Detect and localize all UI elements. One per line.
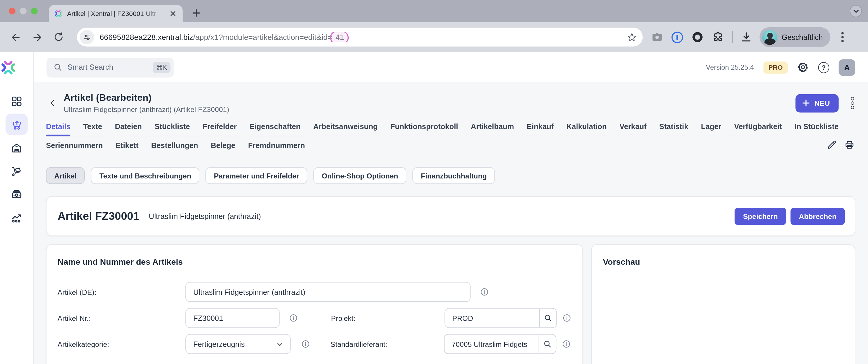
url-domain: 66695828ea228.xentral.biz xyxy=(100,33,193,41)
help-icon[interactable]: ? xyxy=(818,62,829,73)
sidebar-item-apps[interactable] xyxy=(6,90,28,112)
extensions-puzzle-icon[interactable] xyxy=(712,31,724,43)
back-button[interactable] xyxy=(8,29,23,45)
article-form-card: Name und Nummer des Artikels Artikel (DE… xyxy=(46,244,583,364)
pill-parameter-und-freifelder[interactable]: Parameter und Freifelder xyxy=(206,167,307,184)
close-window-button[interactable] xyxy=(9,8,16,15)
camera-extension-icon[interactable] xyxy=(651,31,663,43)
tab-details[interactable]: Details xyxy=(46,122,70,131)
profile-label: Geschäftlich xyxy=(782,33,823,41)
save-button[interactable]: Speichern xyxy=(735,207,786,225)
tab-artikelbaum[interactable]: Artikelbaum xyxy=(471,122,514,131)
tab-in-stueckliste[interactable]: In Stückliste xyxy=(795,122,838,131)
tab-etikett[interactable]: Etikett xyxy=(116,141,138,149)
page-title: Artikel (Bearbeiten) xyxy=(64,92,229,104)
artikel-nr-input[interactable]: FZ30001 xyxy=(185,308,280,328)
sidebar-item-sales-cart[interactable] xyxy=(6,113,28,135)
starburst-extension-icon[interactable] xyxy=(691,31,704,43)
page-content: Artikel (Bearbeiten) Ultraslim Fidgetspi… xyxy=(34,83,868,364)
page-header: Artikel (Bearbeiten) Ultraslim Fidgetspi… xyxy=(46,92,855,113)
new-tab-button[interactable] xyxy=(190,7,202,18)
password-manager-icon[interactable] xyxy=(671,31,683,43)
tab-dateien[interactable]: Dateien xyxy=(115,122,142,131)
pill-online-shop-optionen[interactable]: Online-Shop Optionen xyxy=(314,167,407,184)
back-chevron-icon[interactable] xyxy=(46,96,59,110)
browser-menu-kebab-icon[interactable] xyxy=(837,30,848,44)
artikel-de-input[interactable]: Ultraslim Fidgetspinner (anthrazit) xyxy=(185,282,471,302)
browser-profile-chip[interactable]: Geschäftlich xyxy=(760,27,831,47)
tab-belege[interactable]: Belege xyxy=(211,141,235,149)
smart-search-input[interactable]: Smart Search ⌘K xyxy=(46,57,174,77)
info-icon[interactable] xyxy=(480,287,489,296)
sidebar-item-finance[interactable] xyxy=(6,184,28,205)
minimize-window-button[interactable] xyxy=(20,8,27,15)
page-kebab-menu-icon[interactable] xyxy=(850,96,855,110)
tab-seriennummern[interactable]: Seriennummern xyxy=(46,141,103,149)
tab-search-button[interactable] xyxy=(850,5,862,17)
projekt-search-icon[interactable] xyxy=(539,308,556,327)
settings-gear-icon[interactable] xyxy=(797,61,809,73)
form-row-artikel-de: Artikel (DE): Ultraslim Fidgetspinner (a… xyxy=(58,282,571,302)
tab-eigenschaften[interactable]: Eigenschaften xyxy=(249,122,301,131)
forward-button[interactable] xyxy=(29,29,45,45)
tab-texte[interactable]: Texte xyxy=(83,122,102,131)
sidebar-item-warehouse[interactable] xyxy=(6,137,28,158)
bookmark-star-icon[interactable] xyxy=(627,32,638,43)
toolbar-divider xyxy=(732,31,733,43)
form-row-artikelkategorie: Artikelkategorie: Fertigerzeugnis Standa… xyxy=(58,334,571,354)
standardlieferant-input[interactable]: 70005 Ultraslim Fidgets xyxy=(445,335,539,354)
cancel-button[interactable]: Abbrechen xyxy=(790,207,845,225)
pill-finanzbuchhaltung[interactable]: Finanzbuchhaltung xyxy=(412,167,495,184)
article-title: Artikel FZ30001 xyxy=(58,210,140,222)
info-icon[interactable] xyxy=(562,313,571,323)
url-path: /app/x1?module=artikel&action=edit&id= xyxy=(193,33,332,41)
tabs-row-2: Seriennummern Etikett Bestellungen Beleg… xyxy=(46,141,855,153)
article-subtitle: Ultraslim Fidgetspinner (anthrazit) xyxy=(149,212,261,220)
artikelkategorie-label: Artikelkategorie: xyxy=(58,340,185,348)
version-label: Version 25.25.4 xyxy=(706,63,754,71)
tab-einkauf[interactable]: Einkauf xyxy=(527,122,554,131)
tab-lager[interactable]: Lager xyxy=(701,122,721,131)
pill-artikel[interactable]: Artikel xyxy=(46,167,85,184)
browser-tab[interactable]: Artikel | Xentral | FZ30001 Ultr xyxy=(49,5,183,22)
projekt-input[interactable]: PROD xyxy=(445,308,539,327)
tab-title: Artikel | Xentral | FZ30001 Ultr xyxy=(67,10,168,18)
app-sidebar xyxy=(0,52,34,364)
edit-pencil-icon[interactable] xyxy=(826,140,837,150)
new-article-button[interactable]: NEU xyxy=(795,94,839,112)
info-icon[interactable] xyxy=(289,313,298,323)
sidebar-item-logistics[interactable] xyxy=(6,160,28,182)
info-icon[interactable] xyxy=(301,339,310,348)
info-icon[interactable] xyxy=(562,339,571,348)
sidebar-item-analytics[interactable] xyxy=(6,206,28,228)
close-tab-icon[interactable] xyxy=(168,9,177,18)
search-placeholder: Smart Search xyxy=(68,63,153,72)
reload-button[interactable] xyxy=(51,29,67,45)
tab-statistik[interactable]: Statistik xyxy=(659,122,688,131)
pill-texte-und-beschreibungen[interactable]: Texte und Beschreibungen xyxy=(91,167,199,184)
artikelkategorie-select[interactable]: Fertigerzeugnis xyxy=(185,334,290,354)
tab-arbeitsanweisung[interactable]: Arbeitsanweisung xyxy=(313,122,378,131)
preview-card: Vorschau xyxy=(591,244,855,364)
tab-bestellungen[interactable]: Bestellungen xyxy=(151,141,198,149)
tab-fremdnummern[interactable]: Fremdnummern xyxy=(248,141,305,149)
page-subtitle: Ultraslim Fidgetspinner (anthrazit) (Art… xyxy=(64,105,229,113)
artikel-de-label: Artikel (DE): xyxy=(58,288,185,296)
user-avatar[interactable]: A xyxy=(839,59,855,76)
tab-verkauf[interactable]: Verkauf xyxy=(619,122,646,131)
address-bar[interactable]: 66695828ea228.xentral.biz/app/x1?module=… xyxy=(77,28,643,47)
window-controls xyxy=(9,8,38,15)
tab-funktionsprotokoll[interactable]: Funktionsprotokoll xyxy=(390,122,458,131)
zoom-window-button[interactable] xyxy=(31,8,38,15)
avatar-initial: A xyxy=(844,63,850,72)
standardlieferant-search-icon[interactable] xyxy=(538,335,556,354)
tab-verfuegbarkeit[interactable]: Verfügbarkeit xyxy=(734,122,782,131)
downloads-icon[interactable] xyxy=(740,31,752,43)
tab-stueckliste[interactable]: Stückliste xyxy=(155,122,190,131)
print-icon[interactable] xyxy=(844,140,855,150)
site-settings-icon[interactable] xyxy=(80,30,94,44)
standardlieferant-lookup-field: 70005 Ultraslim Fidgets xyxy=(444,334,557,354)
tab-kalkulation[interactable]: Kalkulation xyxy=(566,122,607,131)
tab-freifelder[interactable]: Freifelder xyxy=(203,122,237,131)
standardlieferant-label: Standardlieferant: xyxy=(330,340,444,348)
